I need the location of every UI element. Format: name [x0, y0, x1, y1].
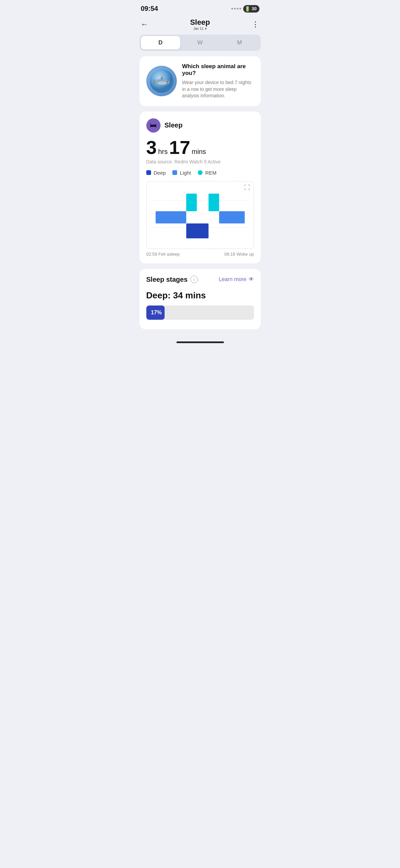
legend-rem: REM [198, 170, 216, 176]
tab-week[interactable]: W [180, 36, 220, 50]
learn-more-button[interactable]: Learn more 👁 [219, 276, 254, 282]
stages-title-wrap: Sleep stages i [146, 276, 198, 283]
signal-dot-2 [234, 8, 236, 9]
sleep-duration: 3 hrs 17 mins [146, 138, 254, 157]
stages-title: Sleep stages [146, 276, 188, 283]
tab-month[interactable]: M [220, 36, 259, 50]
deep-label: Deep [154, 170, 166, 176]
sleep-card: 🛏 Sleep 3 hrs 17 mins Data source: Redmi… [140, 112, 261, 263]
svg-point-5 [167, 81, 168, 82]
signal-dot-4 [239, 8, 241, 9]
page-header: ← Sleep Jan 11 ▾ ⋮ [134, 15, 266, 35]
tab-day[interactable]: D [141, 36, 181, 50]
rem-label: REM [205, 170, 216, 176]
header-date[interactable]: Jan 11 ▾ [190, 27, 210, 31]
light-label: Light [180, 170, 191, 176]
svg-point-7 [157, 81, 167, 85]
sleep-chart [150, 187, 250, 241]
svg-rect-15 [219, 211, 245, 223]
sleep-card-label: Sleep [165, 121, 183, 129]
svg-point-6 [168, 81, 168, 82]
page-title: Sleep [190, 18, 210, 27]
sleep-minutes: 17 [169, 137, 190, 158]
home-indicator [176, 341, 224, 343]
sleep-icon: 🛏 [146, 118, 161, 133]
chevron-down-icon: ▾ [205, 27, 207, 31]
rem-color-dot [198, 170, 203, 175]
sleep-card-header: 🛏 Sleep [146, 118, 254, 133]
sleep-stages-card: Sleep stages i Learn more 👁 Deep: 34 min… [140, 269, 261, 329]
animal-card-title: Which sleep animal are you? [182, 63, 254, 77]
legend-deep: Deep [146, 170, 166, 176]
status-icons: 🔋 30 [231, 5, 259, 13]
status-time: 09:54 [141, 5, 158, 13]
animal-info: Which sleep animal are you? Wear your de… [182, 63, 254, 99]
chart-times: 02:59 Fell asleep 06:16 Woke up [146, 252, 254, 257]
deep-color-dot [146, 170, 151, 175]
deep-sleep-progress-wrap: 17% [146, 305, 254, 320]
sleep-stages-header: Sleep stages i Learn more 👁 [146, 276, 254, 283]
sleep-legend: Deep Light REM [146, 170, 254, 176]
signal-dot-3 [237, 8, 238, 9]
deep-sleep-percent: 17% [151, 310, 162, 316]
data-source: Data source: Redmi Watch 5 Active [146, 159, 254, 164]
svg-rect-12 [186, 194, 196, 211]
sleep-chart-container: ⛶ [146, 181, 254, 249]
hours-unit: hrs [158, 148, 168, 155]
period-tabs: D W M [140, 35, 261, 51]
svg-rect-14 [208, 194, 219, 211]
bed-icon: 🛏 [150, 121, 157, 129]
back-button[interactable]: ← [141, 20, 154, 29]
sleep-animal-card[interactable]: Which sleep animal are you? Wear your de… [140, 56, 261, 106]
battery-icon: 🔋 [245, 6, 250, 12]
more-button[interactable]: ⋮ [246, 20, 259, 29]
expand-icon[interactable]: ⛶ [244, 184, 250, 191]
sleep-hours: 3 [146, 137, 157, 158]
status-bar: 09:54 🔋 30 [134, 0, 266, 15]
battery-indicator: 🔋 30 [243, 5, 259, 13]
info-icon[interactable]: i [190, 276, 198, 283]
deep-sleep-title: Deep: 34 mins [146, 290, 254, 301]
animal-image [146, 66, 177, 96]
svg-rect-11 [155, 211, 186, 223]
signal-dot-1 [231, 8, 233, 9]
woke-up-time: 06:16 Woke up [224, 252, 254, 257]
light-color-dot [172, 170, 177, 175]
minutes-unit: mins [192, 148, 206, 155]
svg-rect-13 [186, 223, 208, 238]
bottom-bar [134, 335, 266, 350]
legend-light: Light [172, 170, 191, 176]
battery-level: 30 [252, 6, 256, 11]
header-center: Sleep Jan 11 ▾ [190, 18, 210, 31]
animal-card-description: Wear your device to bed 7 nights in a ro… [182, 79, 254, 99]
fell-asleep-time: 02:59 Fell asleep [146, 252, 180, 257]
deep-sleep-progress-fill: 17% [146, 305, 165, 320]
eye-icon: 👁 [249, 276, 254, 282]
signal-dots [231, 8, 241, 9]
